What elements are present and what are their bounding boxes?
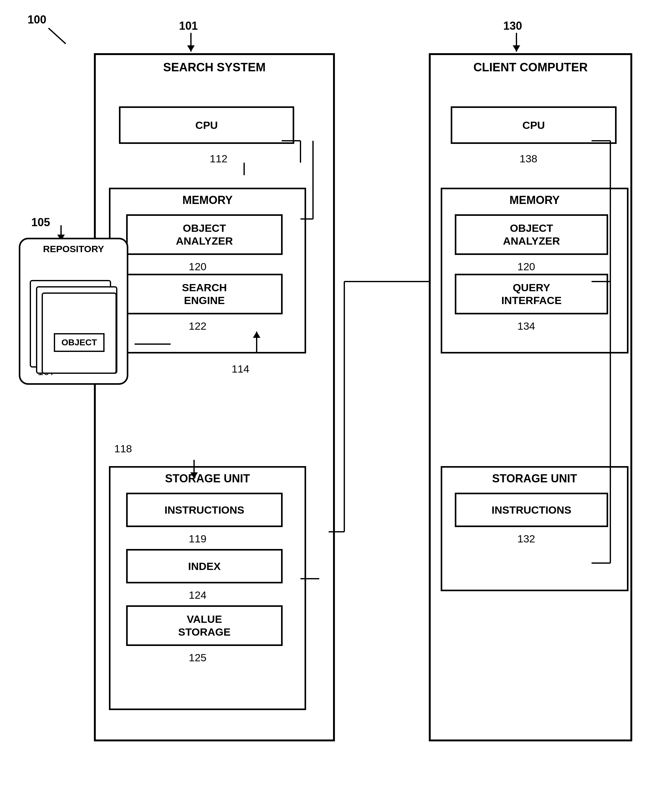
client-cpu-box: CPU <box>451 106 617 144</box>
ref-112-label: 112 <box>210 153 227 165</box>
search-object-analyzer-label: OBJECTANALYZER <box>176 222 233 247</box>
ref-119-label: 119 <box>189 533 207 545</box>
search-value-storage-box: VALUESTORAGE <box>126 605 283 646</box>
ref-118-label: 118 <box>114 442 132 455</box>
client-instructions-box: INSTRUCTIONS <box>455 492 608 527</box>
client-query-interface-label: QUERYINTERFACE <box>501 281 562 307</box>
client-cpu-label: CPU <box>522 119 545 132</box>
search-index-label: INDEX <box>188 560 221 573</box>
search-storage-title: STORAGE UNIT <box>110 472 304 485</box>
svg-marker-4 <box>513 45 520 52</box>
client-object-analyzer-box: OBJECTANALYZER <box>455 214 608 255</box>
search-index-box: INDEX <box>126 549 283 583</box>
search-engine-label: SEARCHENGINE <box>182 281 227 307</box>
diagram: 100 101 130 105 SEARCH SYSTEM CLIENT COM… <box>0 0 672 808</box>
client-memory-title: MEMORY <box>442 194 627 207</box>
ref-125-label: 125 <box>189 651 207 664</box>
repository-title: REPOSITORY <box>20 244 127 254</box>
ref-120-right-label: 120 <box>517 260 535 273</box>
ref-132-label: 132 <box>517 533 535 545</box>
ref-134-label: 134 <box>517 320 535 332</box>
ref-124-label: 124 <box>189 589 207 601</box>
repository-box: OBJECT REPOSITORY <box>19 238 128 385</box>
search-memory-title: MEMORY <box>110 194 304 207</box>
search-instructions-box: INSTRUCTIONS <box>126 492 283 527</box>
search-object-analyzer-box: OBJECTANALYZER <box>126 214 283 255</box>
search-value-storage-label: VALUESTORAGE <box>178 613 231 638</box>
ref-101-label: 101 <box>179 19 198 33</box>
ref-130-label: 130 <box>503 19 522 33</box>
client-storage-box: STORAGE UNIT INSTRUCTIONS 132 <box>441 466 629 591</box>
search-instructions-label: INSTRUCTIONS <box>165 504 244 516</box>
ref-100-label: 100 <box>28 13 46 26</box>
client-memory-box: MEMORY OBJECTANALYZER 120 QUERYINTERFACE… <box>441 188 629 354</box>
ref-120-left-label: 120 <box>189 260 207 273</box>
ref-122-label: 122 <box>189 320 207 332</box>
search-storage-box: STORAGE UNIT INSTRUCTIONS 119 INDEX 124 … <box>109 466 306 710</box>
object-label: OBJECT <box>61 337 97 347</box>
svg-line-0 <box>48 28 66 44</box>
svg-marker-2 <box>187 45 195 52</box>
client-object-analyzer-label: OBJECTANALYZER <box>503 222 560 247</box>
client-query-interface-box: QUERYINTERFACE <box>455 274 608 314</box>
client-instructions-label: INSTRUCTIONS <box>492 504 572 516</box>
ref-138-label: 138 <box>520 153 537 165</box>
search-cpu-box: CPU <box>119 106 294 144</box>
search-cpu-label: CPU <box>195 119 218 132</box>
client-computer-title: CLIENT COMPUTER <box>431 61 630 74</box>
search-memory-box: MEMORY OBJECTANALYZER 120 SEARCHENGINE 1… <box>109 188 306 354</box>
client-storage-title: STORAGE UNIT <box>442 472 627 485</box>
search-engine-box: SEARCHENGINE <box>126 274 283 314</box>
ref-114-label: 114 <box>232 363 249 375</box>
search-system-title: SEARCH SYSTEM <box>96 61 333 74</box>
ref-105-label: 105 <box>31 216 50 229</box>
